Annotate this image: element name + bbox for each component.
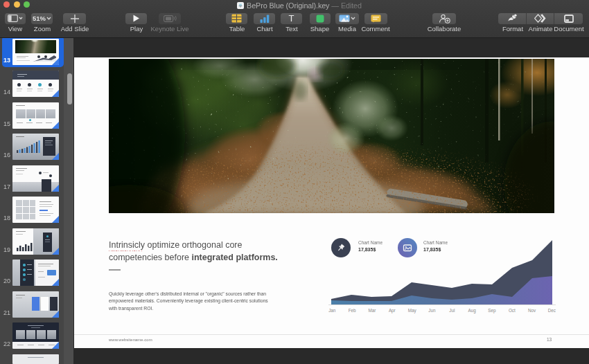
svg-text:Dec: Dec xyxy=(548,308,556,313)
svg-text:Mar: Mar xyxy=(368,308,376,313)
svg-text:May: May xyxy=(408,308,417,313)
svg-text:Sep: Sep xyxy=(488,308,496,313)
svg-text:Jan: Jan xyxy=(328,308,336,313)
svg-text:Nov: Nov xyxy=(528,308,536,313)
svg-text:Oct: Oct xyxy=(509,308,516,313)
svg-text:Apr: Apr xyxy=(389,308,396,313)
svg-text:Feb: Feb xyxy=(349,308,356,313)
svg-text:Jul: Jul xyxy=(449,308,455,313)
svg-text:Aug: Aug xyxy=(468,308,476,313)
svg-text:Jun: Jun xyxy=(428,308,436,313)
